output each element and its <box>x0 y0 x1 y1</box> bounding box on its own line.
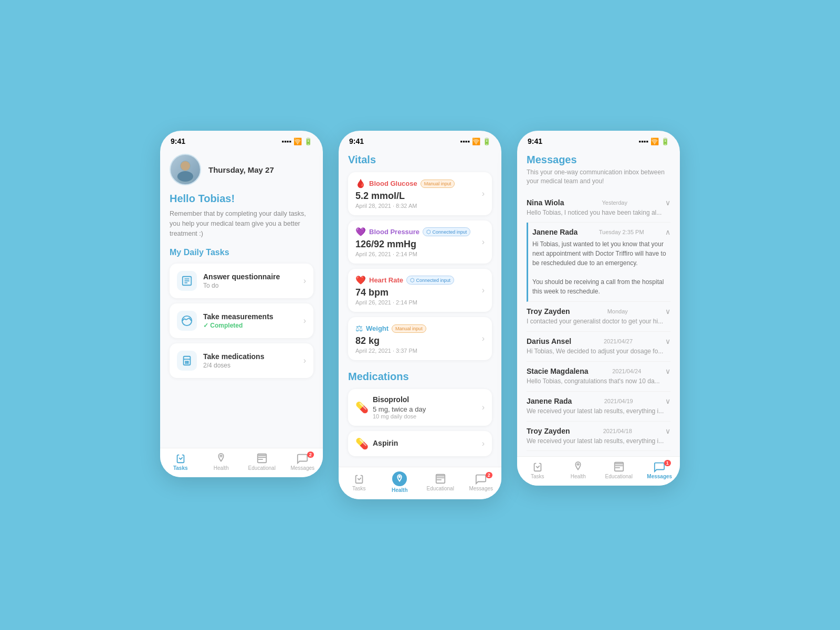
med-bisoprolol-chevron: › <box>482 403 485 412</box>
avatar-date: Thursday, May 27 <box>208 165 274 174</box>
nav-messages-2[interactable]: 2 Messages <box>467 473 496 491</box>
phone3-content: Messages This your one-way communication… <box>517 149 680 456</box>
hr-icon: ❤️ <box>355 275 366 285</box>
vital-hr-value: 74 bpm <box>355 287 478 298</box>
nav-health-2[interactable]: Health <box>385 471 414 493</box>
status-bar-3: 9:41 ▪▪▪▪ 🛜 🔋 <box>517 131 680 149</box>
bp-icon: 💜 <box>355 227 366 237</box>
nav-health-1[interactable]: Health <box>207 453 236 471</box>
msg-darius-date: 2021/04/27 <box>604 338 633 344</box>
vital-glucose-main: 🩸 Blood Glucose Manual input 5.2 mmol/L … <box>355 178 478 209</box>
wifi-icon-3: 🛜 <box>650 138 659 145</box>
message-janene1[interactable]: Janene Rada Tuesday 2:35 PM ∧ Hi Tobias,… <box>527 223 670 302</box>
msg-nina-preview: Hello Tobias, I noticed you have been ta… <box>527 208 670 217</box>
bottom-nav-3: Tasks Health Educational 1 <box>517 456 680 486</box>
nav-messages-1[interactable]: 2 Messages <box>288 453 317 471</box>
med-aspirin-main: Aspirin <box>373 439 478 449</box>
nav-educational-label-2: Educational <box>427 486 454 491</box>
nav-educational-label-1: Educational <box>248 465 276 471</box>
med-bisoprolol[interactable]: 💊 Bisoprolol 5 mg, twice a day 10 mg dai… <box>348 389 492 426</box>
task-medications[interactable]: Take medications 2/4 doses › <box>170 343 313 378</box>
svg-point-11 <box>185 361 186 362</box>
questionnaire-icon <box>177 271 197 291</box>
svg-point-12 <box>187 361 188 362</box>
msg-janene2-sender: Janene Rada <box>527 397 572 405</box>
nav-messages-badge-2: 2 <box>486 472 492 478</box>
msg-janene1-expand: ∧ <box>665 228 670 236</box>
message-janene2[interactable]: Janene Rada 2021/04/19 ∨ We received you… <box>527 392 670 422</box>
task-medications-title: Take medications <box>203 352 297 361</box>
nav-tasks-2[interactable]: Tasks <box>344 473 373 491</box>
vital-weight-value: 82 kg <box>355 335 478 346</box>
msg-nina-header: Nina Wiola Yesterday ∨ <box>527 198 670 207</box>
msg-nina-date: Yesterday <box>602 200 627 206</box>
nav-tasks-1[interactable]: Tasks <box>166 453 195 471</box>
msg-stacie-date: 2021/04/24 <box>612 368 641 374</box>
messages-sub: This your one-way communication inbox be… <box>527 168 670 186</box>
msg-janene2-expand: ∨ <box>665 397 670 405</box>
nav-health-label-3: Health <box>571 474 586 479</box>
msg-janene1-expanded: Hi Tobias, just wanted to let you know t… <box>532 239 670 296</box>
vital-glucose-value: 5.2 mmol/L <box>355 191 478 202</box>
vitals-title: Vitals <box>348 149 492 172</box>
nav-messages-3[interactable]: 1 Messages <box>645 461 674 479</box>
vital-weight-main: ⚖ Weight Manual input 82 kg April 22, 20… <box>355 323 478 354</box>
msg-troy1-date: Monday <box>607 308 628 314</box>
msg-troy1-header: Troy Zayden Monday ∨ <box>527 307 670 316</box>
svg-point-3 <box>177 171 193 182</box>
battery-icon: 🔋 <box>304 138 312 145</box>
message-troy2[interactable]: Troy Zayden 2021/04/18 ∨ We received you… <box>527 422 670 452</box>
msg-janene2-date: 2021/04/19 <box>604 398 633 404</box>
message-nina[interactable]: Nina Wiola Yesterday ∨ Hello Tobias, I n… <box>527 193 670 223</box>
nav-educational-2[interactable]: Educational <box>426 473 455 491</box>
svg-point-13 <box>185 363 186 364</box>
signal-icon-2: ▪▪▪▪ <box>460 138 470 145</box>
daily-tasks-title: My Daily Tasks <box>170 248 313 257</box>
bisoprolol-icon: 💊 <box>355 401 369 414</box>
bottom-nav-1: Tasks Health Educational 2 <box>160 448 323 477</box>
nav-educational-3[interactable]: Educational <box>604 461 633 479</box>
battery-icon-3: 🔋 <box>661 138 669 145</box>
message-stacie[interactable]: Stacie Magdalena 2021/04/24 ∨ Hello Tobi… <box>527 362 670 392</box>
avatar-section: Thursday, May 27 <box>170 149 313 193</box>
msg-darius-expand: ∨ <box>665 337 670 345</box>
task-questionnaire-sub: To do <box>203 282 297 289</box>
vital-hr-date: April 26, 2021 · 2:14 PM <box>355 299 478 306</box>
svg-point-14 <box>187 363 188 364</box>
vital-bp-name: Blood Pressure <box>369 228 419 236</box>
med-aspirin[interactable]: 💊 Aspirin › <box>348 431 492 456</box>
task-medications-sub: 2/4 doses <box>203 362 297 369</box>
status-icons-1: ▪▪▪▪ 🛜 🔋 <box>282 138 312 145</box>
msg-janene1-sender: Janene Rada <box>532 228 578 236</box>
nav-health-3[interactable]: Health <box>564 461 593 479</box>
vital-bp-header: 💜 Blood Pressure ⬡ Connected input <box>355 227 478 237</box>
status-time-3: 9:41 <box>528 137 542 145</box>
battery-icon-2: 🔋 <box>482 138 491 145</box>
task-questionnaire-title: Answer questionnaire <box>203 272 297 281</box>
task-measurements[interactable]: Take measurements Completed › <box>170 303 313 338</box>
nav-health-label-2: Health <box>392 487 408 493</box>
vital-weight[interactable]: ⚖ Weight Manual input 82 kg April 22, 20… <box>348 317 492 360</box>
avatar <box>170 154 201 185</box>
status-icons-3: ▪▪▪▪ 🛜 🔋 <box>639 138 669 145</box>
vital-bp[interactable]: 💜 Blood Pressure ⬡ Connected input 126/9… <box>348 220 492 264</box>
vital-glucose[interactable]: 🩸 Blood Glucose Manual input 5.2 mmol/L … <box>348 172 492 215</box>
med-aspirin-chevron: › <box>482 439 485 448</box>
msg-troy2-header: Troy Zayden 2021/04/18 ∨ <box>527 427 670 435</box>
vital-hr-header: ❤️ Heart Rate ⬡ Connected input <box>355 275 478 285</box>
vital-weight-date: April 22, 2021 · 3:37 PM <box>355 348 478 354</box>
message-troy1[interactable]: Troy Zayden Monday ∨ I contacted your ge… <box>527 302 670 332</box>
nav-educational-1[interactable]: Educational <box>247 453 276 471</box>
nav-tasks-3[interactable]: Tasks <box>523 461 552 479</box>
aspirin-icon: 💊 <box>355 437 369 450</box>
vital-hr[interactable]: ❤️ Heart Rate ⬡ Connected input 74 bpm A… <box>348 269 492 312</box>
nav-messages-label-3: Messages <box>647 474 672 479</box>
greeting-text: Remember that by completing your daily t… <box>170 209 313 238</box>
svg-point-8 <box>182 316 192 326</box>
glucose-icon: 🩸 <box>355 178 366 188</box>
message-darius[interactable]: Darius Ansel 2021/04/27 ∨ Hi Tobias, We … <box>527 332 670 362</box>
wifi-icon-2: 🛜 <box>472 138 480 145</box>
nav-educational-label-3: Educational <box>605 474 633 479</box>
task-questionnaire[interactable]: Answer questionnaire To do › <box>170 264 313 298</box>
nav-tasks-label-3: Tasks <box>531 474 544 479</box>
